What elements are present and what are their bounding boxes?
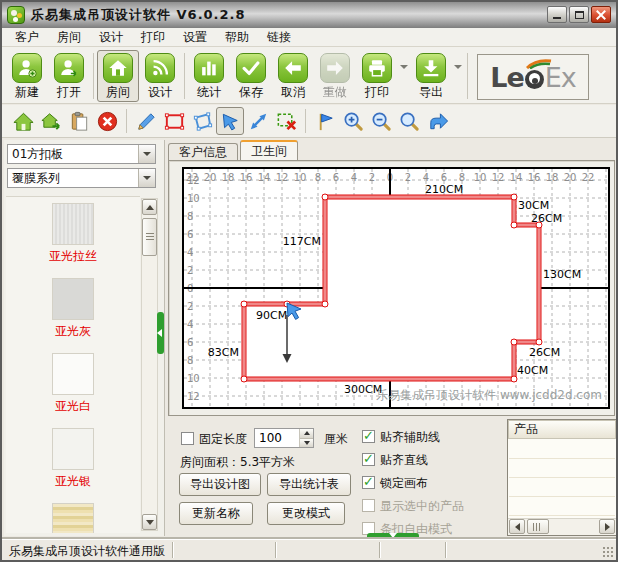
- resize-grip[interactable]: [602, 546, 614, 558]
- menu-settings[interactable]: 设置: [174, 28, 216, 47]
- arrow-left-icon: [278, 53, 308, 83]
- svg-text:2: 2: [187, 265, 193, 276]
- svg-text:20: 20: [204, 172, 217, 183]
- user-add-icon: [12, 53, 42, 83]
- open-customer-button[interactable]: 打开: [48, 50, 90, 101]
- spin-up-button[interactable]: [300, 429, 313, 439]
- tab-customer-info[interactable]: 客户信息: [168, 143, 238, 160]
- category-dropdown[interactable]: 01方扣板: [7, 144, 156, 164]
- svg-text:8: 8: [187, 355, 193, 366]
- minimize-icon: [553, 17, 561, 19]
- main-toolbar: 新建 打开 房间 设计 统计 保存 取消 重做: [2, 47, 616, 104]
- scrollbar-thumb[interactable]: [142, 218, 157, 256]
- snap-guides-checkbox[interactable]: 贴齐辅助线: [362, 429, 464, 442]
- zoom-icon: [398, 110, 421, 133]
- draw-wall-button[interactable]: [132, 107, 160, 135]
- scrollbar-thumb[interactable]: [527, 519, 549, 534]
- forward-button[interactable]: [423, 107, 451, 135]
- zoom-out-button[interactable]: [367, 107, 395, 135]
- sidebar-collapse-handle[interactable]: [157, 312, 164, 354]
- chevron-down-icon[interactable]: [138, 145, 155, 163]
- undo-button[interactable]: 取消: [272, 50, 314, 101]
- new-customer-button[interactable]: 新建: [6, 50, 48, 101]
- free-room-button[interactable]: [188, 107, 216, 135]
- export-design-button[interactable]: 导出设计图: [179, 473, 261, 496]
- scroll-up-button[interactable]: [142, 199, 157, 215]
- status-bar: 乐易集成吊顶设计软件通用版: [2, 539, 616, 560]
- redo-button[interactable]: 重做: [314, 50, 356, 101]
- clear-selection-button[interactable]: [272, 107, 300, 135]
- product-table-body[interactable]: [509, 440, 615, 518]
- statistics-button[interactable]: 统计: [188, 50, 230, 101]
- scroll-down-button[interactable]: [142, 514, 157, 530]
- zoom-button[interactable]: [395, 107, 423, 135]
- tab-bar: 客户信息 卫生间: [168, 140, 300, 160]
- svg-text:18: 18: [222, 172, 235, 183]
- maximize-button[interactable]: [569, 6, 589, 23]
- snap-lines-checkbox[interactable]: 贴齐直线: [362, 452, 464, 465]
- snap-options: 贴齐辅助线 贴齐直线 锁定画布 显示选中的产品 条扣自由模式: [362, 429, 464, 544]
- pointer-tool-button[interactable]: [216, 107, 244, 135]
- svg-text:4: 4: [423, 172, 429, 183]
- svg-text:12: 12: [492, 172, 505, 183]
- svg-text:210CM: 210CM: [425, 183, 463, 196]
- product-column-header[interactable]: 产品: [508, 420, 616, 439]
- minimize-button[interactable]: [547, 6, 567, 23]
- toolbar-separator: [126, 109, 127, 133]
- watermark: 乐易集成吊顶设计软件 www.jcdd2d.com: [376, 388, 602, 402]
- export-button[interactable]: 导出: [410, 50, 452, 101]
- length-input[interactable]: [255, 429, 299, 447]
- product-item[interactable]: 亚光拉丝: [6, 203, 140, 265]
- scroll-left-button[interactable]: [509, 519, 525, 534]
- home-export-button[interactable]: [37, 107, 65, 135]
- menu-design[interactable]: 设计: [90, 28, 132, 47]
- rect-room-button[interactable]: [160, 107, 188, 135]
- lock-canvas-checkbox[interactable]: 锁定画布: [362, 475, 464, 488]
- export-stats-button[interactable]: 导出统计表: [267, 473, 351, 496]
- design-canvas[interactable]: 2422201816141210864202468101214161820221…: [182, 167, 610, 409]
- menu-help[interactable]: 帮助: [216, 28, 258, 47]
- product-item[interactable]: 变色龙: [6, 503, 140, 533]
- title-bar[interactable]: 乐易集成吊顶设计软件 V6.0.2.8: [2, 2, 616, 28]
- product-list-scrollbar[interactable]: [141, 198, 158, 531]
- product-swatch: [52, 428, 94, 470]
- svg-text:12: 12: [187, 175, 200, 186]
- menu-room[interactable]: 房间: [48, 28, 90, 47]
- svg-text:22: 22: [582, 172, 595, 183]
- product-swatch: [52, 278, 94, 320]
- zoom-in-button[interactable]: [339, 107, 367, 135]
- series-dropdown[interactable]: 覆膜系列: [7, 168, 156, 188]
- checkbox-icon: [362, 430, 375, 443]
- product-panel-hscrollbar[interactable]: [508, 518, 616, 535]
- print-dropdown-caret[interactable]: [398, 50, 410, 84]
- product-item[interactable]: 亚光白: [6, 353, 140, 415]
- room-button[interactable]: 房间: [97, 50, 139, 102]
- chevron-down-icon: [454, 65, 462, 69]
- save-button[interactable]: 保存: [230, 50, 272, 101]
- tab-bathroom[interactable]: 卫生间: [240, 140, 298, 160]
- menu-links[interactable]: 链接: [258, 28, 300, 47]
- update-name-button[interactable]: 更新名称: [179, 502, 253, 525]
- length-spinner[interactable]: [254, 428, 314, 448]
- scroll-right-button[interactable]: [599, 519, 615, 534]
- change-mode-button[interactable]: 更改模式: [267, 502, 345, 525]
- product-item[interactable]: 亚光银: [6, 428, 140, 490]
- statusbar-divider: [172, 542, 173, 558]
- chevron-down-icon[interactable]: [138, 169, 155, 187]
- close-button[interactable]: [591, 6, 611, 23]
- flag-button[interactable]: [311, 107, 339, 135]
- home-button[interactable]: [9, 107, 37, 135]
- delete-room-button[interactable]: [93, 107, 121, 135]
- paste-button[interactable]: [65, 107, 93, 135]
- spin-down-button[interactable]: [300, 439, 313, 448]
- menu-customer[interactable]: 客户: [6, 28, 48, 47]
- svg-text:117CM: 117CM: [283, 235, 321, 248]
- menu-print[interactable]: 打印: [132, 28, 174, 47]
- move-resize-button[interactable]: [244, 107, 272, 135]
- design-button[interactable]: 设计: [139, 50, 181, 101]
- svg-text:8: 8: [315, 172, 321, 183]
- export-dropdown-caret[interactable]: [452, 50, 464, 84]
- print-button[interactable]: 打印: [356, 50, 398, 101]
- product-item[interactable]: 亚光灰: [6, 278, 140, 340]
- product-list: 亚光拉丝 亚光灰 亚光白 亚光银 变色龙: [6, 196, 140, 533]
